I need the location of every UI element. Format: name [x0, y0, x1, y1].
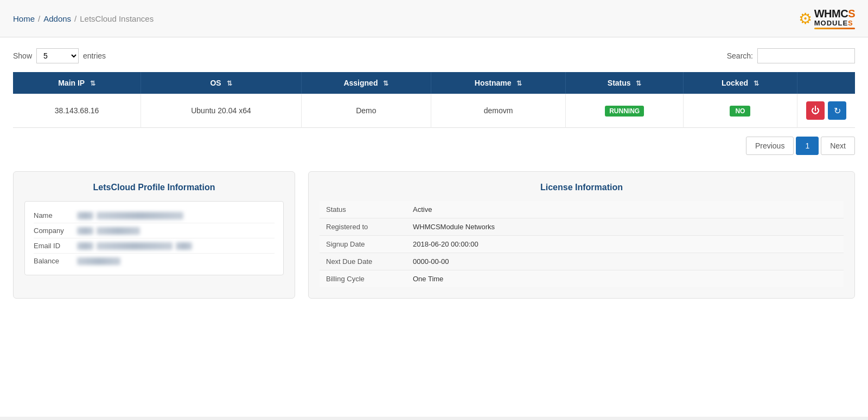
col-assigned[interactable]: Assigned ⇅ [301, 72, 431, 94]
profile-row-company: Company [34, 223, 275, 238]
blur-email-2 [97, 242, 173, 250]
blur-company-1 [77, 227, 93, 235]
top-bar: Home / Addons / LetsCloud Instances ⚙ WH… [0, 0, 868, 37]
license-row-billing: Billing Cycle One Time [320, 270, 844, 287]
sort-icon-locked: ⇅ [754, 80, 759, 87]
instances-table: Main IP ⇅ OS ⇅ Assigned ⇅ Hostname ⇅ Sta… [13, 72, 855, 128]
license-table: Status Active Registered to WHMCSModule … [320, 201, 844, 287]
search-label: Search: [727, 51, 753, 60]
cell-main-ip: 38.143.68.16 [13, 94, 141, 128]
locked-badge: NO [730, 106, 750, 117]
bottom-panels: LetsCloud Profile Information Name Compa… [13, 171, 855, 299]
profile-label-company: Company [34, 227, 77, 235]
main-content: Show 5 10 25 50 100 entries Search: Main… [0, 37, 868, 417]
profile-value-name [77, 212, 183, 219]
table-header-row: Main IP ⇅ OS ⇅ Assigned ⇅ Hostname ⇅ Sta… [13, 72, 855, 94]
license-row-signup: Signup Date 2018-06-20 00:00:00 [320, 236, 844, 253]
profile-label-name: Name [34, 211, 77, 219]
cell-locked: NO [683, 94, 797, 128]
cell-hostname: demovm [431, 94, 566, 128]
power-icon: ⏻ [811, 106, 820, 115]
search-area: Search: [727, 48, 855, 63]
license-val-registered: WHMCSModule Networks [413, 223, 495, 231]
status-badge: RUNNING [605, 106, 644, 117]
profile-panel: LetsCloud Profile Information Name Compa… [13, 171, 295, 299]
blur-name-2 [97, 212, 183, 219]
license-row-status: Status Active [320, 201, 844, 218]
blur-balance-1 [77, 257, 120, 265]
license-row-registered: Registered to WHMCSModule Networks [320, 218, 844, 236]
col-os[interactable]: OS ⇅ [141, 72, 302, 94]
table-controls: Show 5 10 25 50 100 entries Search: [13, 48, 855, 63]
logo: ⚙ WHMCS MODULES [799, 8, 855, 29]
breadcrumb-sep2: / [74, 14, 76, 23]
breadcrumb-addons[interactable]: Addons [43, 14, 71, 23]
col-locked[interactable]: Locked ⇅ [683, 72, 797, 94]
license-val-billing: One Time [413, 275, 443, 283]
col-main-ip[interactable]: Main IP ⇅ [13, 72, 141, 94]
power-button[interactable]: ⏻ [806, 101, 825, 120]
action-buttons: ⏻ ↻ [806, 101, 846, 120]
license-row-nextdue: Next Due Date 0000-00-00 [320, 253, 844, 270]
table-row: 38.143.68.16 Ubuntu 20.04 x64 Demo demov… [13, 94, 855, 128]
sort-icon-status: ⇅ [636, 80, 641, 87]
license-key-registered: Registered to [326, 223, 413, 231]
profile-value-balance [77, 257, 120, 265]
logo-whmcs-text: WHMCS [814, 8, 855, 20]
license-key-status: Status [326, 205, 413, 214]
pagination: Previous 1 Next [13, 137, 855, 155]
sort-icon-assigned: ⇅ [383, 80, 388, 87]
profile-label-balance: Balance [34, 257, 77, 265]
search-input[interactable] [757, 48, 855, 63]
license-key-billing: Billing Cycle [326, 275, 413, 283]
blur-company-2 [97, 227, 140, 235]
breadcrumb: Home / Addons / LetsCloud Instances [13, 14, 154, 23]
logo-text-stack: WHMCS MODULES [814, 8, 855, 29]
cell-actions: ⏻ ↻ [797, 94, 856, 128]
previous-button[interactable]: Previous [746, 137, 794, 155]
show-entries: Show 5 10 25 50 100 entries [13, 48, 106, 63]
profile-value-email [77, 242, 192, 250]
entries-label: entries [83, 51, 106, 60]
cell-status: RUNNING [566, 94, 683, 128]
profile-panel-title: LetsCloud Profile Information [24, 183, 284, 192]
col-actions [797, 72, 856, 94]
license-key-nextdue: Next Due Date [326, 257, 413, 266]
page-1-button[interactable]: 1 [796, 137, 819, 155]
logo-modules-text: MODULES [814, 20, 855, 27]
profile-row-name: Name [34, 208, 275, 223]
license-val-signup: 2018-06-20 00:00:00 [413, 240, 478, 248]
col-status[interactable]: Status ⇅ [566, 72, 683, 94]
profile-inner: Name Company Email ID [24, 201, 284, 275]
refresh-button[interactable]: ↻ [828, 101, 846, 120]
blur-email-3 [176, 242, 192, 250]
cell-os: Ubuntu 20.04 x64 [141, 94, 302, 128]
profile-row-balance: Balance [34, 254, 275, 268]
breadcrumb-sep1: / [38, 14, 40, 23]
sort-icon-hostname: ⇅ [516, 80, 522, 87]
show-label: Show [13, 51, 32, 60]
license-val-status: Active [413, 205, 432, 214]
breadcrumb-home[interactable]: Home [13, 14, 35, 23]
breadcrumb-current: LetsCloud Instances [80, 14, 154, 23]
blur-name-1 [77, 212, 93, 219]
license-panel: License Information Status Active Regist… [308, 171, 855, 299]
sort-icon-os: ⇅ [227, 80, 232, 87]
profile-row-email: Email ID [34, 238, 275, 254]
sort-icon-main-ip: ⇅ [90, 80, 95, 87]
gear-icon: ⚙ [799, 10, 812, 28]
license-key-signup: Signup Date [326, 240, 413, 248]
col-hostname[interactable]: Hostname ⇅ [431, 72, 566, 94]
next-button[interactable]: Next [821, 137, 855, 155]
profile-value-company [77, 227, 140, 235]
profile-label-email: Email ID [34, 242, 77, 250]
license-val-nextdue: 0000-00-00 [413, 257, 449, 266]
cell-assigned: Demo [301, 94, 431, 128]
blur-email-1 [77, 242, 93, 250]
entries-select[interactable]: 5 10 25 50 100 [36, 48, 79, 63]
license-panel-title: License Information [320, 183, 844, 192]
logo-underline [814, 28, 855, 29]
refresh-icon: ↻ [834, 106, 841, 116]
